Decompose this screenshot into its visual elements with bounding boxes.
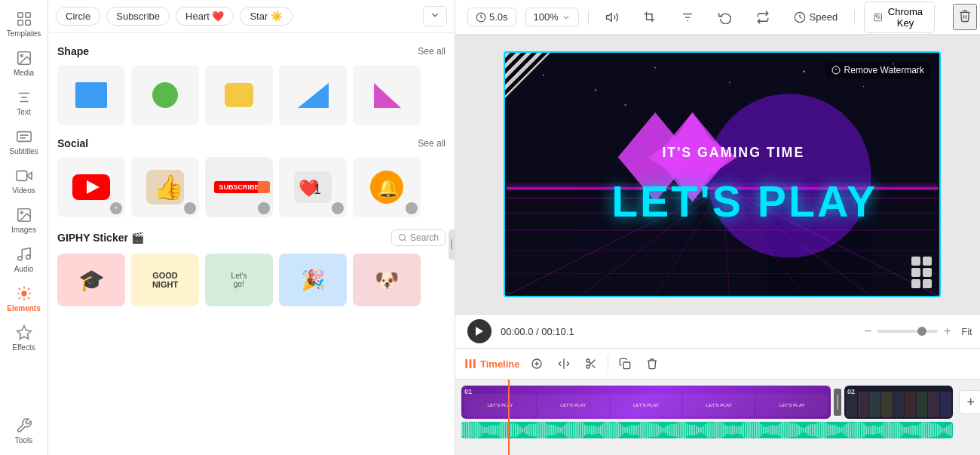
svg-rect-223 — [736, 426, 737, 434]
tl-copy-button[interactable] — [614, 353, 635, 374]
scroll-grip[interactable] — [449, 229, 455, 260]
svg-rect-165 — [607, 422, 608, 438]
svg-rect-172 — [622, 426, 623, 434]
remove-watermark-button[interactable]: Remove Watermark — [825, 62, 930, 78]
add-track-button[interactable]: + — [959, 390, 980, 414]
tag-subscribe[interactable]: Subscribe — [106, 7, 170, 26]
tag-more-button[interactable] — [423, 6, 447, 26]
video-track-2[interactable]: 02 — [844, 386, 953, 419]
filter-button[interactable] — [673, 7, 702, 28]
flip-button[interactable] — [749, 7, 777, 28]
svg-rect-296 — [899, 423, 901, 438]
giphy-item-1[interactable]: 🎓 — [57, 254, 125, 306]
social-like[interactable]: ❤️ 1 — [279, 157, 347, 217]
speed-icon — [794, 11, 806, 23]
svg-rect-160 — [596, 426, 597, 434]
svg-rect-109 — [482, 426, 483, 435]
handle-5[interactable] — [911, 279, 920, 288]
sidebar-item-videos[interactable]: Videos — [3, 163, 45, 199]
sidebar-item-elements[interactable]: Elements — [3, 281, 45, 317]
shape-pink-triangle[interactable] — [353, 65, 421, 125]
shape-see-all[interactable]: See all — [418, 46, 446, 57]
sidebar-item-media[interactable]: Media — [3, 45, 45, 81]
video-track-1[interactable]: 01 LET'S PLAY LET'S PLAY LET'S PLAY — [461, 386, 831, 419]
filter-icon — [681, 11, 694, 24]
tag-star[interactable]: Star ☀️ — [240, 7, 292, 26]
svg-rect-195 — [673, 424, 675, 436]
svg-rect-278 — [859, 422, 860, 438]
svg-point-58 — [707, 94, 871, 257]
svg-rect-163 — [602, 423, 604, 437]
svg-rect-245 — [786, 422, 787, 438]
speed-button[interactable]: Speed — [786, 8, 846, 27]
handle-2[interactable] — [923, 257, 932, 266]
undo-button[interactable] — [711, 7, 740, 28]
handle-1[interactable] — [911, 257, 920, 266]
social-badge-yt: + — [110, 202, 122, 214]
zoom-plus[interactable]: + — [944, 324, 951, 338]
tag-heart[interactable]: Heart ❤️ — [176, 7, 234, 26]
timeline-label[interactable]: Timeline — [464, 358, 520, 370]
svg-rect-103 — [468, 422, 470, 438]
toolbar-zoom[interactable]: 100% — [525, 8, 579, 26]
tag-circle[interactable]: Circle — [56, 7, 100, 26]
giphy-item-4[interactable]: 🎉 — [279, 254, 347, 306]
handle-4[interactable] — [923, 268, 932, 277]
svg-rect-230 — [752, 423, 753, 438]
sidebar-item-tools[interactable]: Tools — [3, 413, 45, 449]
social-bell[interactable]: 🔔 — [353, 157, 421, 217]
svg-rect-212 — [712, 423, 713, 438]
tl-divider — [608, 356, 608, 371]
tl-split-button[interactable] — [553, 353, 574, 374]
sidebar-item-audio[interactable]: Audio — [3, 241, 45, 278]
social-see-all[interactable]: See all — [418, 138, 446, 149]
sidebar-item-images[interactable]: Images — [3, 202, 45, 238]
play-button[interactable] — [467, 319, 492, 343]
zoom-slider[interactable] — [877, 330, 938, 333]
sidebar-item-effects[interactable]: Effects — [3, 320, 45, 356]
social-youtube[interactable]: + — [57, 157, 125, 217]
svg-rect-136 — [542, 422, 544, 438]
shape-green-circle[interactable] — [131, 65, 199, 125]
svg-rect-153 — [580, 422, 581, 438]
fit-button[interactable]: Fit — [957, 323, 976, 340]
sidebar-item-text[interactable]: Text — [3, 85, 45, 121]
sidebar-item-subtitles[interactable]: Subtitles — [3, 124, 45, 160]
giphy-item-2[interactable]: GOODNIGHT — [131, 254, 199, 306]
chroma-key-button[interactable]: Chroma Key — [864, 2, 935, 33]
sidebar-item-templates[interactable]: Templates — [3, 6, 45, 42]
giphy-search[interactable]: Search — [391, 229, 446, 246]
svg-rect-264 — [828, 424, 829, 436]
top-toolbar: 5.0s 100% — [455, 0, 980, 35]
svg-rect-283 — [870, 426, 871, 435]
social-title: Social — [57, 137, 88, 149]
giphy-item-5[interactable]: 🐶 — [353, 254, 421, 306]
delete-button[interactable] — [953, 4, 977, 30]
tools-icon — [16, 417, 32, 434]
svg-rect-294 — [895, 422, 896, 438]
social-facebook[interactable]: 👍 — [131, 157, 199, 217]
handle-6[interactable] — [923, 279, 932, 288]
shape-blue-rect[interactable] — [57, 65, 125, 125]
svg-rect-202 — [689, 425, 691, 435]
svg-rect-173 — [624, 427, 626, 433]
handle-3[interactable] — [911, 268, 920, 277]
zoom-minus[interactable]: − — [865, 324, 871, 338]
shape-blue-triangle[interactable] — [279, 65, 347, 125]
social-subscribe[interactable]: SUBSCRIBE — [205, 157, 273, 217]
svg-rect-242 — [779, 424, 780, 436]
svg-rect-272 — [845, 424, 847, 436]
crop-button[interactable] — [635, 7, 664, 28]
toolbar-time[interactable]: 5.0s — [467, 8, 516, 26]
svg-rect-207 — [700, 427, 702, 432]
volume-button[interactable] — [598, 7, 626, 28]
social-badge-like — [332, 202, 344, 214]
tl-delete-button[interactable] — [642, 353, 663, 374]
track-split-handle[interactable] — [834, 389, 841, 416]
shape-yellow-rect[interactable] — [205, 65, 273, 125]
giphy-item-3[interactable]: Let'sgo! — [205, 254, 273, 306]
audio-track[interactable] — [461, 422, 953, 438]
tl-add-button[interactable] — [526, 353, 547, 374]
svg-rect-104 — [470, 423, 472, 438]
tl-cut-button[interactable] — [580, 353, 602, 374]
